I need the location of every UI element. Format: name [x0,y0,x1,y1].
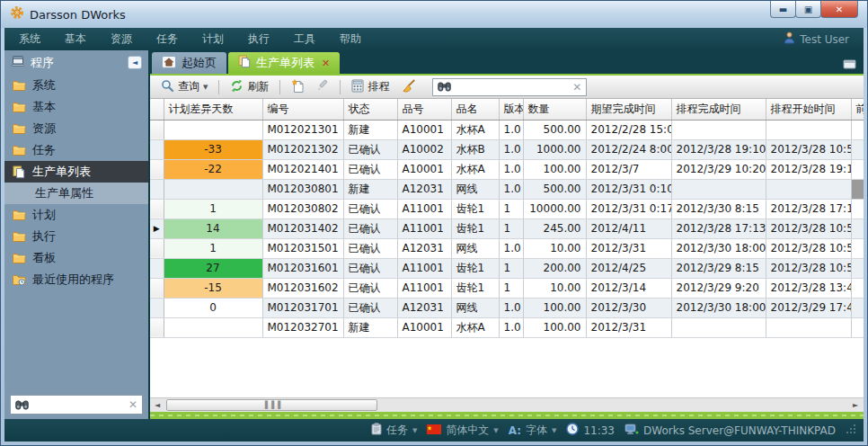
column-header[interactable]: 品名 [451,99,499,120]
cell-item_no[interactable]: A10001 [397,317,451,337]
column-header[interactable]: 前 [851,99,864,120]
row-selector[interactable] [150,139,164,159]
menu-item-6[interactable]: 执行 [248,31,270,47]
toolbar-search-clear-icon[interactable]: ✕ [572,82,581,93]
cell-qty[interactable]: 1000.00 [523,139,586,159]
cell-item_no[interactable]: A11001 [397,258,451,278]
cell-scheduled_end[interactable]: 2012/3/29 8:15 [671,258,766,278]
cell-qty[interactable]: 10000.00 [523,199,586,219]
cell-qty[interactable]: 100.00 [523,317,586,337]
cell-item_name[interactable]: 齿轮1 [451,278,499,298]
column-header[interactable]: 数量 [523,99,586,120]
cell-expected_end[interactable]: 2012/3/31 0:10 [586,179,671,199]
table-row[interactable]: M012030801新建A12031网线1.0500.002012/3/31 0… [150,179,864,199]
menu-item-8[interactable]: 帮助 [340,31,361,47]
cell-extra[interactable] [851,219,864,238]
cell-item_name[interactable]: 水杯A [451,159,499,179]
column-header[interactable]: 排程完成时间 [671,99,766,120]
minimize-button[interactable]: ▬ [770,1,796,18]
table-row[interactable]: ▶14M012031402已确认A11001齿轮11245.002012/4/1… [150,219,864,238]
cell-status[interactable]: 新建 [343,120,397,139]
cell-qty[interactable]: 200.00 [523,258,586,278]
cell-qty[interactable]: 500.00 [523,120,586,139]
table-row[interactable]: 1M012031501已确认A12031网线1.010.002012/3/312… [150,238,864,258]
query-button[interactable]: 查询 ▼ [157,77,211,97]
cell-order_no[interactable]: M012031601 [262,258,343,278]
cell-scheduled_start[interactable] [766,120,851,139]
cell-expected_end[interactable]: 2012/2/28 15:00 [586,120,671,139]
cell-extra[interactable] [851,120,864,139]
menu-item-5[interactable]: 计划 [202,31,224,47]
cell-version[interactable]: 1 [499,199,523,219]
cell-diff[interactable]: -22 [164,159,262,179]
cell-diff[interactable]: -33 [164,139,262,159]
cell-item_no[interactable]: A11001 [397,278,451,298]
cell-extra[interactable] [851,199,864,219]
cell-qty[interactable]: 10.00 [523,278,586,298]
cell-extra[interactable] [851,139,864,159]
column-header[interactable]: 排程开始时间 [766,99,851,120]
cell-expected_end[interactable]: 2012/4/11 [586,219,671,238]
cell-status[interactable]: 已确认 [343,199,397,219]
table-row[interactable]: -15M012031602已确认A11001齿轮1110.002012/3/14… [150,278,864,298]
cell-expected_end[interactable]: 2012/3/31 [586,317,671,337]
status-language[interactable]: 简体中文 ▼ [427,423,498,438]
sidebar-item[interactable]: 看板 [4,247,148,269]
cell-order_no[interactable]: M012030802 [262,199,343,219]
cell-order_no[interactable]: M012031501 [262,238,343,258]
status-font[interactable]: A: 字体 ▼ [509,423,557,438]
cell-version[interactable]: 1.0 [499,120,523,139]
cell-status[interactable]: 新建 [343,179,397,199]
cell-expected_end[interactable]: 2012/4/25 [586,258,671,278]
cell-order_no[interactable]: M012021301 [262,120,343,139]
scroll-left-icon[interactable]: ◄ [150,399,164,412]
cell-diff[interactable]: 0 [164,298,262,317]
cell-status[interactable]: 已确认 [343,139,397,159]
cell-qty[interactable]: 500.00 [523,179,586,199]
cell-scheduled_start[interactable]: 2012/3/29 17:46 [766,298,851,317]
cell-version[interactable]: 1.0 [499,159,523,179]
cell-item_no[interactable]: A11001 [397,219,451,238]
table-row[interactable]: 27M012031601已确认A11001齿轮11200.002012/4/25… [150,258,864,278]
cell-order_no[interactable]: M012030801 [262,179,343,199]
cell-item_no[interactable]: A12031 [397,179,451,199]
row-selector[interactable] [150,120,164,139]
clear-button[interactable] [398,77,420,97]
cell-scheduled_start[interactable] [766,179,851,199]
cell-scheduled_end[interactable]: 2012/3/30 18:00 [671,298,766,317]
sidebar-item[interactable]: 资源 [4,118,148,139]
cell-expected_end[interactable]: 2012/3/14 [586,278,671,298]
toolbar-search-input[interactable] [456,80,568,94]
cell-qty[interactable]: 10.00 [523,238,586,258]
sidebar-item[interactable]: 生产单列表 [4,161,148,183]
cell-diff[interactable]: -15 [164,278,262,298]
row-selector[interactable]: ▶ [150,219,164,238]
menu-item-2[interactable]: 基本 [65,31,86,47]
cell-extra[interactable] [851,317,864,337]
cell-scheduled_start[interactable]: 2012/3/28 10:52 [766,219,851,238]
cell-item_name[interactable]: 齿轮1 [451,199,499,219]
cell-scheduled_end[interactable] [671,317,766,337]
table-row[interactable]: -22M012021401已确认A10001水杯A1.0100.002012/3… [150,159,864,179]
column-header[interactable]: 版本 [499,99,523,120]
cell-item_no[interactable]: A10002 [397,139,451,159]
cell-status[interactable]: 已确认 [343,258,397,278]
cell-scheduled_end[interactable] [671,120,766,139]
resize-grip-icon[interactable] [846,424,856,437]
sidebar-item[interactable]: 执行 [4,226,148,247]
row-selector[interactable] [150,199,164,219]
cell-expected_end[interactable]: 2012/3/7 [586,159,671,179]
cell-item_no[interactable]: A10001 [397,120,451,139]
cell-scheduled_start[interactable]: 2012/3/28 10:52 [766,258,851,278]
cell-order_no[interactable]: M012031602 [262,278,343,298]
cell-status[interactable]: 已确认 [343,278,397,298]
sidebar-item[interactable]: 基本 [4,96,148,118]
row-selector[interactable] [150,258,164,278]
status-task[interactable]: 任务 ▼ [371,423,417,438]
cell-item_name[interactable]: 网线 [451,179,499,199]
cell-scheduled_start[interactable] [766,317,851,337]
cell-version[interactable]: 1.0 [499,238,523,258]
cell-version[interactable]: 1.0 [499,139,523,159]
cell-diff[interactable]: 1 [164,199,262,219]
cell-version[interactable]: 1 [499,219,523,238]
